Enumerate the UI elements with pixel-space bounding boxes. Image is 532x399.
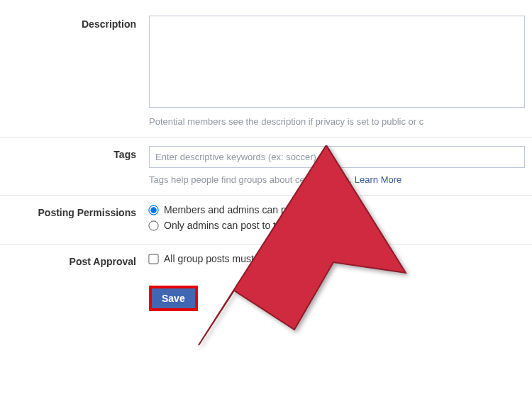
posting-permissions-label: Posting Permissions [0, 204, 149, 218]
save-highlight-box: Save [149, 286, 198, 311]
save-button[interactable]: Save [152, 288, 195, 308]
posting-option-members[interactable]: Members and admins can post to the group… [149, 204, 525, 215]
watermark: 系统之家 [443, 369, 523, 386]
tags-label: Tags [0, 146, 149, 160]
house-icon [443, 369, 462, 386]
post-approval-checkbox[interactable] [148, 254, 158, 264]
posting-radio-admins[interactable] [148, 220, 158, 230]
tags-help: Tags help people find groups about certa… [149, 174, 525, 186]
post-approval-option[interactable]: All group posts must be approved by an a… [149, 253, 525, 264]
posting-permissions-row: Posting Permissions Members and admins c… [0, 196, 532, 245]
learn-more-link[interactable]: Learn More [355, 174, 401, 185]
tags-input[interactable] [149, 146, 525, 168]
posting-radio-members[interactable] [148, 205, 158, 215]
posting-option-admins[interactable]: Only admins can post to the group. [149, 220, 525, 231]
tags-row: Tags Tags help people find groups about … [0, 137, 532, 196]
description-textarea[interactable] [149, 16, 525, 108]
post-approval-label: Post Approval [0, 253, 149, 267]
post-approval-row: Post Approval All group posts must be ap… [0, 245, 532, 277]
description-help: Potential members see the description if… [149, 116, 525, 128]
description-row: Description Potential members see the de… [0, 7, 532, 137]
group-settings-form: Description Potential members see the de… [0, 0, 532, 311]
button-row: Save [0, 277, 532, 311]
description-label: Description [0, 16, 149, 30]
